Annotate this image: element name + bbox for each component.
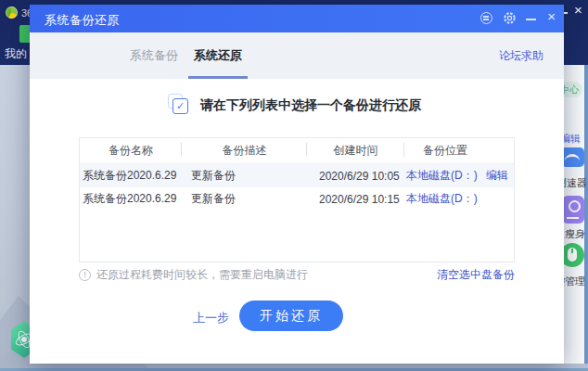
table-header: 备份名称 备份描述 创建时间 备份位置 — [80, 138, 514, 164]
info-glyph: ! — [83, 270, 86, 279]
dialog-titlebar[interactable]: 系统备份还原 × — [30, 5, 564, 32]
header-backup-name: 备份名称 — [80, 143, 182, 159]
backup-name: 系统备份2020.6.29 — [80, 191, 182, 207]
backup-desc: 更新备份 — [182, 168, 307, 184]
header-backup-desc: 备份描述 — [182, 143, 307, 159]
backup-desc: 更新备份 — [182, 191, 307, 207]
backup-restore-dialog: 系统备份还原 × 系统备份 系统还原 论坛求助 ✓ 请在下列列表中选择一个备份进… — [30, 5, 564, 364]
instruction-row: ✓ 请在下列列表中选择一个备份进行还原 — [30, 97, 564, 114]
settings-gear-icon[interactable] — [503, 11, 517, 25]
check-glyph: ✓ — [176, 100, 185, 111]
backup-time: 2020/6/29 10:15 — [307, 193, 404, 206]
backup-location-link[interactable]: 本地磁盘(D：) — [404, 168, 486, 184]
tab-system-backup[interactable]: 系统备份 — [130, 32, 178, 79]
dialog-title: 系统备份还原 — [45, 12, 120, 29]
desktop: 360安 我的 × 护中心 编辑 带测速器 盘瘦身 键管理 系统备份还原 × 系… — [0, 0, 588, 371]
previous-step-button[interactable]: 上一步 — [193, 310, 229, 326]
header-create-time: 创建时间 — [307, 143, 404, 159]
parent-nav-item[interactable]: 我的 — [5, 46, 27, 62]
checkbox-check-icon: ✓ — [173, 98, 188, 114]
speed-test-icon[interactable] — [561, 147, 584, 167]
action-row: 上一步 开始还原 — [30, 301, 564, 334]
instruction-text: 请在下列列表中选择一个备份进行还原 — [200, 97, 421, 114]
backup-name: 系统备份2020.6.29 — [80, 168, 182, 184]
backup-location-link[interactable]: 本地磁盘(D：) — [404, 191, 486, 207]
start-restore-button[interactable]: 开始还原 — [239, 301, 343, 331]
atom-nucleus — [21, 337, 27, 342]
dialog-tabbar: 系统备份 系统还原 论坛求助 — [30, 32, 564, 79]
edit-backup-link[interactable]: 编辑 — [486, 168, 514, 184]
disk-slim-icon[interactable] — [562, 196, 584, 224]
forum-help-link[interactable]: 论坛求助 — [499, 32, 543, 79]
backup-time: 2020/6/29 10:05 — [307, 170, 404, 183]
parent-close-button[interactable]: × — [574, 2, 582, 18]
note-row: ! 还原过程耗费时间较长，需要重启电脑进行 清空选中盘备份 — [79, 267, 515, 283]
360-logo-icon — [6, 6, 18, 19]
tab-system-restore[interactable]: 系统还原 — [194, 32, 242, 79]
dialog-minimize-button[interactable] — [526, 19, 536, 20]
note-text: 还原过程耗费时间较长，需要重启电脑进行 — [96, 267, 437, 283]
backup-table: 备份名称 备份描述 创建时间 备份位置 系统备份2020.6.29 更新备份 2… — [79, 137, 515, 262]
window-edge — [584, 65, 588, 364]
header-backup-location: 备份位置 — [404, 143, 486, 159]
clear-selected-disk-backup-link[interactable]: 清空选中盘备份 — [437, 267, 515, 283]
info-icon: ! — [79, 269, 91, 281]
table-row[interactable]: 系统备份2020.6.29 更新备份 2020/6/29 10:05 本地磁盘(… — [80, 164, 514, 187]
dialog-close-button[interactable]: × — [547, 8, 556, 24]
table-row[interactable]: 系统备份2020.6.29 更新备份 2020/6/29 10:15 本地磁盘(… — [80, 187, 514, 211]
feedback-icon[interactable] — [480, 12, 492, 24]
